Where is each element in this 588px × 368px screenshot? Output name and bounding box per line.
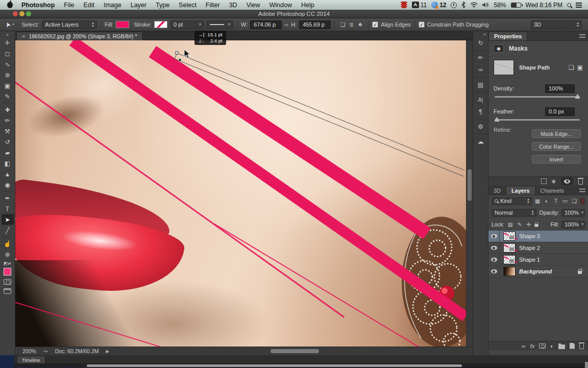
- shape-path-thumbnail[interactable]: [494, 60, 514, 75]
- layer-thumbnail[interactable]: [503, 243, 516, 252]
- blend-mode-dropdown[interactable]: Normal▴▾: [492, 209, 536, 217]
- timeline-scroll-thumb[interactable]: [87, 364, 462, 367]
- path-anchor-point[interactable]: [176, 52, 178, 54]
- shape-width-field[interactable]: 674.06 p: [250, 20, 282, 29]
- menu-filter[interactable]: Filter: [206, 2, 220, 9]
- zoom-level-field[interactable]: 200%: [22, 348, 36, 354]
- hand-tool[interactable]: ☝: [2, 238, 14, 249]
- filter-type-layers-icon[interactable]: T: [552, 197, 560, 205]
- feather-slider[interactable]: [495, 119, 580, 121]
- tool-preset-caret-icon[interactable]: ▾: [12, 22, 14, 27]
- layer-filter-toggle[interactable]: [580, 198, 585, 204]
- eyedropper-tool[interactable]: ✎: [2, 91, 14, 102]
- background-color-swatch[interactable]: [7, 271, 15, 279]
- history-brush-tool[interactable]: ↺: [2, 136, 14, 147]
- tab-3d[interactable]: 3D: [488, 186, 506, 195]
- type-tool[interactable]: T: [2, 203, 14, 214]
- brush-tool[interactable]: ✏: [2, 115, 14, 126]
- swap-colors-icon[interactable]: ◩⇄: [4, 261, 11, 266]
- menu-edit[interactable]: Edit: [83, 2, 94, 9]
- canvas-vertical-scrollbar[interactable]: [466, 40, 473, 347]
- clone-source-panel-icon[interactable]: ▤: [475, 79, 487, 91]
- constrain-path-checkbox[interactable]: ✓: [419, 21, 425, 28]
- menu-clock[interactable]: Wed 8:16 PM: [526, 2, 562, 9]
- load-selection-icon[interactable]: [541, 178, 547, 184]
- layer-style-icon[interactable]: fx: [530, 343, 535, 349]
- layer-filter-kind-dropdown[interactable]: Kind▴▾: [492, 197, 532, 205]
- tab-channels[interactable]: Channels: [535, 186, 569, 195]
- lasso-tool[interactable]: ∿: [2, 59, 14, 70]
- align-edges-checkbox[interactable]: ✓: [372, 21, 378, 28]
- menu-file[interactable]: File: [64, 2, 74, 9]
- brush-presets-panel-icon[interactable]: ✑: [475, 64, 487, 76]
- invert-button[interactable]: Invert: [532, 155, 581, 164]
- marquee-tool[interactable]: ◻: [2, 48, 14, 59]
- layer-thumbnail[interactable]: [503, 267, 516, 276]
- wifi-icon[interactable]: [470, 2, 478, 8]
- pen-tool[interactable]: ✒: [2, 193, 14, 203]
- menu-window[interactable]: Window: [270, 2, 292, 9]
- apply-mask-icon[interactable]: ◈: [552, 178, 556, 185]
- timeline-scrollbar[interactable]: [14, 364, 588, 367]
- lock-all-icon[interactable]: [535, 224, 538, 226]
- menu-type[interactable]: Type: [156, 2, 169, 9]
- layer-thumbnail[interactable]: [503, 255, 516, 264]
- window-resize-corner[interactable]: [585, 362, 588, 368]
- menu-help[interactable]: Help: [301, 2, 314, 9]
- add-vector-mask-icon[interactable]: ▣: [577, 64, 583, 71]
- menu-view[interactable]: View: [247, 2, 260, 9]
- layer-visibility-toggle[interactable]: [488, 242, 500, 254]
- select-mode-dropdown[interactable]: Active Layers▴▾: [42, 20, 97, 29]
- path-operations-icon[interactable]: ❏: [338, 21, 347, 29]
- bluetooth-icon[interactable]: [461, 2, 465, 8]
- film-app-icon[interactable]: [401, 2, 407, 8]
- gradient-tool[interactable]: ◧: [2, 158, 14, 169]
- new-layer-icon[interactable]: [570, 343, 575, 349]
- spotlight-icon[interactable]: [567, 3, 571, 7]
- filter-smart-objects-icon[interactable]: ❏: [570, 197, 578, 205]
- density-slider[interactable]: [495, 96, 580, 98]
- path-arrangement-icon[interactable]: ❖: [356, 21, 364, 29]
- layer-thumbnail[interactable]: [503, 232, 516, 241]
- selected-anchor-point[interactable]: [179, 59, 181, 61]
- tab-layers[interactable]: Layers: [506, 186, 535, 195]
- density-field[interactable]: 100%: [545, 84, 575, 93]
- lock-transparency-icon[interactable]: ▨: [507, 221, 513, 228]
- screen-mode-icon[interactable]: [4, 288, 11, 294]
- menu-image[interactable]: Image: [104, 2, 121, 9]
- layer-row-shape3[interactable]: Shape 3: [488, 231, 588, 242]
- feather-field[interactable]: 0.0 px: [545, 107, 575, 116]
- blur-tool[interactable]: ▲: [2, 169, 14, 179]
- character-panel-icon[interactable]: A|: [475, 94, 487, 106]
- add-layer-mask-icon[interactable]: [539, 343, 546, 349]
- menu-3d[interactable]: 3D: [229, 2, 237, 9]
- layer-visibility-toggle[interactable]: [488, 254, 500, 265]
- path-alignment-icon[interactable]: ≣: [347, 21, 356, 29]
- stroke-width-dropdown[interactable]: 0 pt▾: [170, 20, 204, 29]
- battery-icon[interactable]: [511, 3, 521, 8]
- shape-height-field[interactable]: 455.69 p: [299, 20, 331, 29]
- move-tool[interactable]: ✛: [2, 37, 14, 48]
- layer-row-background[interactable]: Background: [488, 266, 588, 278]
- lock-pixels-icon[interactable]: ✎: [516, 221, 523, 228]
- sync-status-icon[interactable]: [431, 2, 438, 8]
- status-options-icon[interactable]: ▶: [106, 349, 109, 354]
- lock-position-icon[interactable]: ✛: [525, 221, 532, 228]
- mask-edge-button[interactable]: Mask Edge...: [532, 129, 581, 138]
- menu-layer[interactable]: Layer: [131, 2, 146, 9]
- collapse-panels-icon[interactable]: «: [483, 32, 486, 37]
- properties-panel-menu-icon[interactable]: [579, 34, 585, 38]
- layer-row-shape2[interactable]: Shape 2: [488, 242, 588, 254]
- close-document-icon[interactable]: ×: [22, 33, 25, 39]
- layer-row-shape1[interactable]: Shape 1: [488, 254, 588, 266]
- notification-center-icon[interactable]: [576, 3, 582, 8]
- add-pixel-mask-icon[interactable]: ❏: [569, 64, 574, 71]
- time-machine-icon[interactable]: [451, 2, 457, 8]
- crop-tool[interactable]: ▣: [2, 80, 14, 91]
- opacity-field[interactable]: 100%▾: [561, 209, 585, 217]
- healing-brush-tool[interactable]: ✚: [2, 104, 14, 115]
- horizontal-scroll-thumb[interactable]: [271, 349, 319, 353]
- apple-menu-icon[interactable]: [7, 2, 13, 8]
- brush-panel-icon[interactable]: ✏: [475, 52, 487, 64]
- new-group-icon[interactable]: [558, 344, 565, 349]
